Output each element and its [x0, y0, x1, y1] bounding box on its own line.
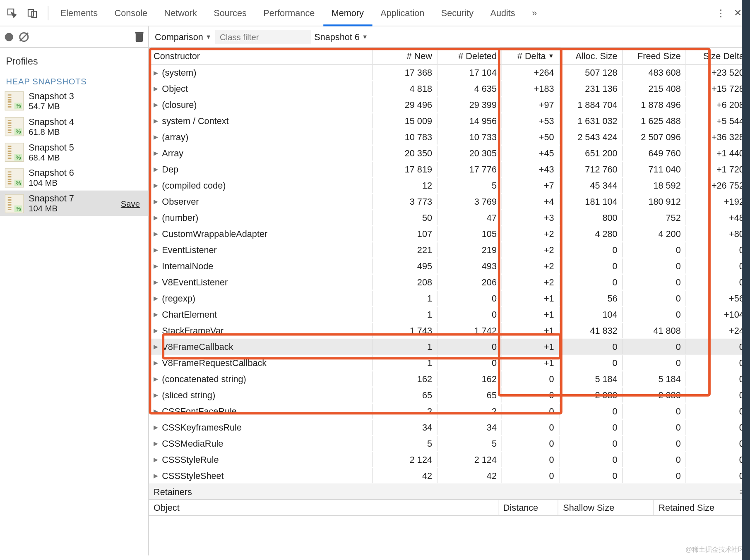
- disclosure-triangle-icon[interactable]: ▶: [154, 134, 159, 140]
- disclosure-triangle-icon[interactable]: ▶: [154, 214, 159, 221]
- snapshot-icon: [5, 168, 24, 187]
- disclosure-triangle-icon[interactable]: ▶: [154, 359, 159, 366]
- class-filter-input[interactable]: [215, 29, 311, 44]
- watermark: @稀土掘金技术社区: [685, 545, 745, 554]
- inspect-icon[interactable]: [4, 5, 20, 21]
- disclosure-triangle-icon[interactable]: ▶: [154, 101, 159, 108]
- table-row[interactable]: ▶(array)10 78310 733+502 543 4242 507 09…: [149, 129, 750, 145]
- constructor-name: Array: [162, 148, 183, 158]
- trash-icon[interactable]: [135, 32, 143, 41]
- tab-console[interactable]: Console: [106, 0, 156, 26]
- table-row[interactable]: ▶(concatenated string)16216205 1845 1840: [149, 371, 750, 387]
- disclosure-triangle-icon[interactable]: ▶: [154, 327, 159, 334]
- disclosure-triangle-icon[interactable]: ▶: [154, 456, 159, 463]
- disclosure-triangle-icon[interactable]: ▶: [154, 182, 159, 189]
- cell-sizedelta: +80: [686, 226, 750, 241]
- disclosure-triangle-icon[interactable]: ▶: [154, 246, 159, 253]
- snapshot-item[interactable]: Snapshot 6104 MB: [0, 165, 148, 191]
- table-row[interactable]: ▶V8FrameRequestCallback10+1000: [149, 355, 750, 371]
- table-row[interactable]: ▶(closure)29 49629 399+971 884 7041 878 …: [149, 97, 750, 113]
- snapshot-name: Snapshot 5: [29, 142, 74, 153]
- col-header[interactable]: Size Delta: [686, 48, 750, 64]
- save-link[interactable]: Save: [121, 199, 144, 208]
- disclosure-triangle-icon[interactable]: ▶: [154, 424, 159, 431]
- baseline-dropdown[interactable]: Snapshot 6▼: [314, 32, 368, 42]
- ret-col-distance[interactable]: Distance: [498, 500, 558, 516]
- ret-col-object[interactable]: Object: [149, 500, 499, 516]
- tab-security[interactable]: Security: [433, 0, 482, 26]
- table-row[interactable]: ▶CSSKeyframesRule34340000: [149, 419, 750, 436]
- col-header[interactable]: Alloc. Size: [560, 48, 623, 64]
- disclosure-triangle-icon[interactable]: ▶: [154, 198, 159, 205]
- table-row[interactable]: ▶ChartElement10+11040+104: [149, 306, 750, 323]
- table-row[interactable]: ▶system / Context15 00914 956+531 631 03…: [149, 113, 750, 129]
- table-row[interactable]: ▶(system)17 36817 104+264507 128483 608+…: [149, 65, 750, 81]
- table-row[interactable]: ▶(number)5047+3800752+48: [149, 210, 750, 226]
- table-row[interactable]: ▶Object4 8184 635+183231 136215 408+15 7…: [149, 81, 750, 97]
- cell-new: 221: [373, 242, 438, 257]
- table-row[interactable]: ▶EventListener221219+2000: [149, 242, 750, 258]
- disclosure-triangle-icon[interactable]: ▶: [154, 295, 159, 302]
- disclosure-triangle-icon[interactable]: ▶: [154, 85, 159, 92]
- disclosure-triangle-icon[interactable]: ▶: [154, 166, 159, 172]
- tab-application[interactable]: Application: [372, 0, 433, 26]
- view-dropdown[interactable]: Comparison▼: [155, 32, 212, 42]
- table-row[interactable]: ▶CSSFontFaceRule220000: [149, 403, 750, 419]
- table-row[interactable]: ▶StackFrameVar1 7431 742+141 83241 808+2…: [149, 323, 750, 339]
- disclosure-triangle-icon[interactable]: ▶: [154, 69, 159, 76]
- snapshot-item[interactable]: Snapshot 7104 MBSave: [0, 191, 148, 216]
- cell-deleted: 17 104: [438, 65, 502, 80]
- disclosure-triangle-icon[interactable]: ▶: [154, 230, 159, 237]
- tab-performance[interactable]: Performance: [255, 0, 323, 26]
- col-header[interactable]: # New: [373, 48, 438, 64]
- table-row[interactable]: ▶InternalNode495493+2000: [149, 258, 750, 274]
- col-header[interactable]: # Delta▼: [502, 48, 560, 64]
- record-icon[interactable]: [5, 33, 13, 41]
- device-toggle-icon[interactable]: [24, 5, 41, 21]
- disclosure-triangle-icon[interactable]: ▶: [154, 311, 159, 318]
- clear-icon[interactable]: [19, 32, 29, 41]
- table-row[interactable]: ▶V8FrameCallback10+1000: [149, 339, 750, 355]
- ret-col-shallow[interactable]: Shallow Size: [558, 500, 654, 516]
- svg-rect-1: [28, 9, 34, 16]
- table-row[interactable]: ▶Observer3 7733 769+4181 104180 912+192: [149, 194, 750, 210]
- disclosure-triangle-icon[interactable]: ▶: [154, 279, 159, 285]
- cell-freed: 0: [623, 339, 686, 354]
- kebab-menu-icon[interactable]: ⋮: [712, 7, 729, 18]
- disclosure-triangle-icon[interactable]: ▶: [154, 263, 159, 269]
- ret-col-retained[interactable]: Retained Size: [654, 500, 750, 516]
- table-row[interactable]: ▶(sliced string)656502 0802 0800: [149, 387, 750, 403]
- disclosure-triangle-icon[interactable]: ▶: [154, 408, 159, 414]
- table-row[interactable]: ▶CSSStyleSheet42420000: [149, 468, 750, 484]
- disclosure-triangle-icon[interactable]: ▶: [154, 472, 159, 479]
- disclosure-triangle-icon[interactable]: ▶: [154, 117, 159, 124]
- disclosure-triangle-icon[interactable]: ▶: [154, 343, 159, 350]
- disclosure-triangle-icon[interactable]: ▶: [154, 150, 159, 156]
- tab-network[interactable]: Network: [156, 0, 205, 26]
- table-row[interactable]: ▶Array20 35020 305+45651 200649 760+1 44…: [149, 145, 750, 161]
- table-row[interactable]: ▶V8EventListener208206+2000: [149, 274, 750, 290]
- disclosure-triangle-icon[interactable]: ▶: [154, 440, 159, 447]
- col-header[interactable]: Constructor: [149, 48, 373, 64]
- table-row[interactable]: ▶CustomWrappableAdapter107105+24 2804 20…: [149, 226, 750, 242]
- tab-elements[interactable]: Elements: [52, 0, 106, 26]
- table-row[interactable]: ▶(regexp)10+1560+56: [149, 290, 750, 306]
- tab-more[interactable]: »: [524, 0, 545, 26]
- cell-deleted: 34: [438, 420, 502, 435]
- snapshot-item[interactable]: Snapshot 461.8 MB: [0, 114, 148, 140]
- tab-sources[interactable]: Sources: [205, 0, 255, 26]
- table-row[interactable]: ▶Dep17 81917 776+43712 760711 040+1 720: [149, 161, 750, 177]
- tab-audits[interactable]: Audits: [482, 0, 524, 26]
- cell-delta: 0: [502, 404, 560, 419]
- disclosure-triangle-icon[interactable]: ▶: [154, 376, 159, 382]
- cell-sizedelta: 0: [686, 275, 750, 290]
- table-row[interactable]: ▶CSSMediaRule550000: [149, 436, 750, 452]
- table-row[interactable]: ▶CSSStyleRule2 1242 1240000: [149, 452, 750, 468]
- disclosure-triangle-icon[interactable]: ▶: [154, 392, 159, 398]
- snapshot-item[interactable]: Snapshot 568.4 MB: [0, 139, 148, 165]
- tab-memory[interactable]: Memory: [323, 0, 372, 26]
- col-header[interactable]: # Deleted: [438, 48, 502, 64]
- snapshot-item[interactable]: Snapshot 354.7 MB: [0, 89, 148, 114]
- col-header[interactable]: Freed Size: [623, 48, 686, 64]
- table-row[interactable]: ▶(compiled code)125+745 34418 592+26 752: [149, 177, 750, 194]
